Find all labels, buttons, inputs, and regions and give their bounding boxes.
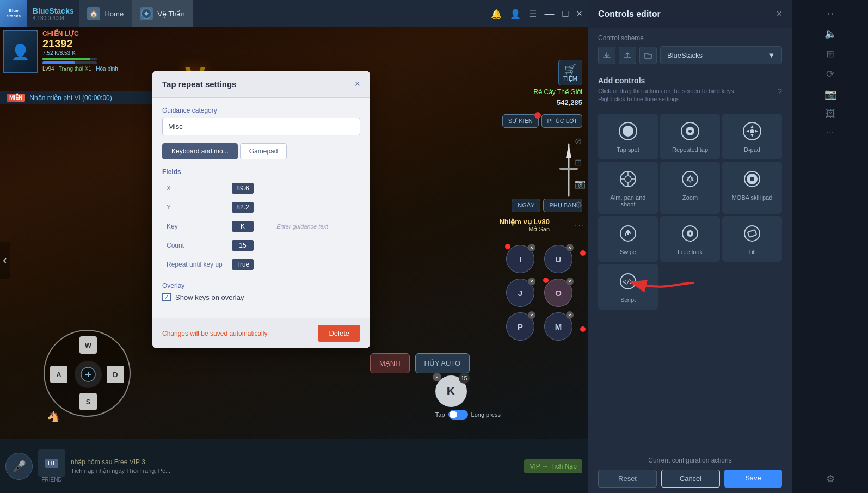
rp-volume-btn[interactable]: 🔈 <box>824 28 836 40</box>
game-tab-label: Vệ Thần <box>157 10 184 18</box>
tap-toggle[interactable] <box>448 410 468 420</box>
rp-expand-btn[interactable]: ⊞ <box>826 48 834 60</box>
minimize-btn[interactable]: — <box>545 8 555 20</box>
close-btn[interactable]: × <box>576 8 582 20</box>
ngay-btn[interactable]: NGÀY <box>512 199 540 212</box>
d-pad-label: D-pad <box>744 146 760 153</box>
control-tap-spot[interactable]: Tap spot <box>598 114 658 159</box>
bell-icon[interactable]: 🔔 <box>491 9 502 19</box>
ce-add-controls-title: Add controls <box>598 76 782 85</box>
brand-info: BlueStacks 4.180.0.4004 <box>27 7 79 21</box>
field-x-empty <box>272 179 360 198</box>
circle-J[interactable]: J × <box>506 279 534 307</box>
tab-game[interactable]: Vệ Thần <box>132 0 193 27</box>
nav-icon-2[interactable]: ⊡ <box>575 157 586 168</box>
ce-close-btn[interactable]: × <box>776 8 782 20</box>
controller-circle: W A S D 🐴 <box>44 330 131 417</box>
mic-btn[interactable]: 🎤 <box>5 453 33 480</box>
ce-add-desc: Click or drag the actions on the screen … <box>598 87 750 104</box>
tap-toggle-row: Tap Long press <box>435 410 501 420</box>
maximize-btn[interactable]: □ <box>563 8 569 20</box>
ce-export-btn[interactable] <box>619 47 636 64</box>
three-dots[interactable]: ··· <box>575 221 586 231</box>
circle-O[interactable]: O × <box>544 279 572 307</box>
circle-U[interactable]: U × <box>544 245 572 273</box>
circle-J-close[interactable]: × <box>528 278 535 285</box>
circle-O-close[interactable]: × <box>566 278 574 285</box>
menu-icon[interactable]: ☰ <box>529 9 537 19</box>
tab-keyboard[interactable]: Keyboard and mo... <box>162 143 238 159</box>
ctrl-w[interactable]: W <box>79 336 97 354</box>
circle-P-close[interactable]: × <box>528 311 535 319</box>
world-value: 542,285 <box>557 98 582 107</box>
tap-spot-icon <box>617 120 639 142</box>
user-icon[interactable]: 👤 <box>510 9 521 19</box>
circle-M-close[interactable]: × <box>566 311 574 319</box>
control-aim-pan-shoot[interactable]: Aim, pan and shoot <box>598 162 658 214</box>
ctrl-center <box>75 361 102 388</box>
ce-config-btns: Reset Cancel Save <box>598 470 782 488</box>
ctrl-a[interactable]: A <box>50 366 67 383</box>
control-script[interactable]: </> Script <box>598 264 658 310</box>
rp-three-dots[interactable]: ··· <box>827 128 834 138</box>
manh-btn[interactable]: MẠNH <box>370 353 410 373</box>
su-kien-btn[interactable]: SỰ KIỆN <box>502 114 539 128</box>
mission-area: Nhiệm vụ Lv80 Mở Săn <box>499 218 550 233</box>
reset-btn[interactable]: Reset <box>598 470 657 488</box>
circle-U-close[interactable]: × <box>566 244 574 251</box>
red-dot-right1 <box>580 250 586 256</box>
control-repeated-tap[interactable]: Repeated tap <box>660 114 720 159</box>
moba-skill-pad-label: MOBA skill pad <box>732 194 773 201</box>
control-moba-skill-pad[interactable]: MOBA skill pad <box>722 162 782 214</box>
help-icon[interactable]: ? <box>778 87 782 96</box>
rp-photo-btn[interactable]: 🖼 <box>826 108 835 120</box>
control-free-look[interactable]: Free look <box>660 216 720 262</box>
tiem-btn[interactable]: 🛒 TIỆM <box>558 60 582 85</box>
nav-left[interactable]: ‹ <box>0 242 10 279</box>
swipe-label: Swipe <box>620 249 636 255</box>
nav-icon-4[interactable]: ⚙ <box>575 200 586 210</box>
vip-nap-btn[interactable]: VIP → Tích Nạp <box>524 459 582 473</box>
circle-I[interactable]: I × <box>506 245 534 273</box>
ctrl-d[interactable]: D <box>107 366 124 383</box>
checkbox-check-icon: ✓ <box>164 293 169 301</box>
huy-auto-btn[interactable]: HỦY AUTO <box>415 353 470 373</box>
control-tilt[interactable]: Tilt <box>722 216 782 262</box>
player-level: Lv94 Trạng thái X1 Hòa bình <box>42 66 118 72</box>
circle-P[interactable]: P × <box>506 312 534 341</box>
control-swipe[interactable]: Swipe <box>598 216 658 262</box>
tab-home[interactable]: 🏠 Home <box>79 0 132 27</box>
dialog-close-btn[interactable]: × <box>354 78 360 90</box>
phuc-loi-btn[interactable]: PHÚC LỢI <box>541 114 582 128</box>
ctrl-s[interactable]: S <box>79 393 97 410</box>
ctrl-horse-icon: 🐴 <box>47 408 64 427</box>
ce-scheme-select[interactable]: BlueStacks ▼ <box>660 46 782 64</box>
guidance-input[interactable] <box>162 118 360 135</box>
titlebar: BlueStacks BlueStacks 4.180.0.4004 🏠 Hom… <box>0 0 588 27</box>
rp-arrow-btn[interactable]: ↔ <box>826 8 835 20</box>
ce-scheme-label: Control scheme <box>598 34 782 42</box>
rp-settings-btn[interactable]: ⚙ <box>826 473 835 485</box>
ce-folder-btn[interactable] <box>639 47 657 64</box>
nav-icon-1[interactable]: ⊘ <box>575 136 586 146</box>
tab-gamepad[interactable]: Gamepad <box>240 143 287 159</box>
fields-table: X 89.6 Y 82.2 Key K Enter guidance text … <box>162 179 360 274</box>
svg-point-19 <box>682 171 698 187</box>
show-keys-checkbox[interactable]: ✓ <box>162 293 171 301</box>
control-d-pad[interactable]: D-pad <box>722 114 782 159</box>
k-close[interactable]: × <box>433 373 441 381</box>
cancel-btn[interactable]: Cancel <box>661 470 720 488</box>
delete-btn[interactable]: Delete <box>318 325 360 342</box>
circle-M[interactable]: M × <box>544 312 572 341</box>
ce-import-btn[interactable] <box>598 47 615 64</box>
circle-I-close[interactable]: × <box>528 244 535 251</box>
ce-config-label: Current configuration actions <box>598 457 782 464</box>
dialog-footer: Changes will be saved automatically Dele… <box>152 318 370 348</box>
save-btn[interactable]: Save <box>724 470 782 488</box>
svg-point-27 <box>744 226 760 241</box>
rp-rotate-btn[interactable]: ⟳ <box>826 68 834 80</box>
svg-point-26 <box>689 232 691 235</box>
rp-camera-btn[interactable]: 📷 <box>824 88 836 100</box>
nav-icon-3[interactable]: 📷 <box>575 178 586 189</box>
control-zoom[interactable]: Zoom <box>660 162 720 214</box>
